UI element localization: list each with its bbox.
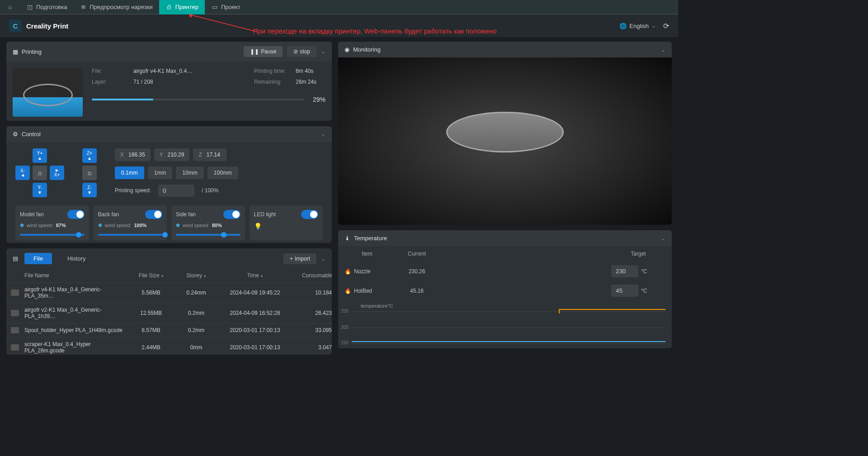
temp-target-input[interactable] <box>611 265 638 277</box>
tab-history[interactable]: History <box>58 253 94 264</box>
fan-toggle[interactable] <box>223 210 241 219</box>
tab-preview[interactable]: ≋Предпросмотр нарезки <box>73 0 159 14</box>
file-time: 2020-03-01 17:00:13 <box>219 327 291 333</box>
col-storey[interactable]: Storey <box>186 272 202 279</box>
pause-button[interactable]: ❚❚Pause <box>244 46 283 57</box>
camera-icon: ◉ <box>344 46 349 53</box>
panel-title-text: Temperature <box>354 235 387 242</box>
temperature-chart: temperature°C 250 200 150 <box>352 303 665 348</box>
file-thumb-icon <box>11 327 19 333</box>
file-storey: 0.24mm <box>174 290 219 296</box>
tab-label: Предпросмотр нарезки <box>90 4 152 10</box>
fan-name: Side fan <box>176 211 196 218</box>
progress-bar <box>92 99 304 100</box>
collapse-icon[interactable]: ⌄ <box>661 235 665 242</box>
file-row[interactable]: scraper-K1 Max_0.4_Hyper PLA_28m.gcode 2… <box>6 337 332 355</box>
fan-card: LED light💡 <box>250 205 323 240</box>
light-icon: 💡 <box>254 223 319 230</box>
col-time[interactable]: Time <box>247 272 259 279</box>
collapse-icon[interactable]: ⌄ <box>661 47 665 53</box>
col-consumable[interactable]: Consumable <box>302 272 332 279</box>
fan-icon: ✽ <box>176 223 180 228</box>
tab-home[interactable]: ⌂ <box>0 0 20 14</box>
tab-printer[interactable]: ⎙Принтер <box>159 0 205 14</box>
file-size: 8.57MB <box>128 327 174 333</box>
file-row[interactable]: airgofr v2-K1 Max_0.4_Generic-PLA_1h39… … <box>6 303 332 323</box>
brand: C Creality Print <box>9 19 68 32</box>
y-plus-button[interactable]: Y+▲ <box>33 148 47 163</box>
stop-icon: ⊘ <box>293 48 298 55</box>
remaining-time: 26m 24s <box>296 79 316 85</box>
temp-target-input[interactable] <box>611 285 638 297</box>
thermometer-icon: 🌡 <box>344 235 350 242</box>
tab-label: Принтер <box>175 4 198 10</box>
col-filesize[interactable]: File Size <box>139 272 160 279</box>
collapse-icon[interactable]: ⌄ <box>321 131 326 137</box>
temp-current: 45.16 <box>390 288 444 294</box>
file-thumb-icon <box>11 290 19 296</box>
step-100mm[interactable]: 100mm <box>208 166 238 179</box>
collapse-icon[interactable]: ⌄ <box>321 48 326 55</box>
printing-icon: ▦ <box>13 48 18 55</box>
print-time: 8m 40s <box>296 68 313 74</box>
z-plus-button[interactable]: Z+▲ <box>82 148 97 163</box>
fan-toggle[interactable] <box>301 210 318 219</box>
y-coord: Y210.29 <box>154 148 190 161</box>
stop-button[interactable]: ⊘stop <box>287 46 316 57</box>
fan-card: Back fan✽wind speed:100% <box>94 205 167 240</box>
col-current: Current <box>390 251 444 257</box>
fan-slider[interactable] <box>176 234 241 236</box>
refresh-icon[interactable]: ⟳ <box>663 22 669 30</box>
x-minus-button[interactable]: X-◀ <box>15 166 30 180</box>
fan-slider[interactable] <box>98 234 163 236</box>
brand-logo-icon: C <box>9 19 22 32</box>
temp-current: 230.26 <box>390 268 444 275</box>
home-xy-button[interactable]: ⌂ <box>33 166 47 180</box>
progress-percent: 29% <box>313 96 326 103</box>
step-01mm[interactable]: 0.1mm <box>115 166 144 179</box>
file-thumb-icon <box>11 310 19 316</box>
import-button[interactable]: +Import <box>283 253 316 264</box>
file-row[interactable]: Spool_holder_Hyper PLA_1H49m.gcode 8.57M… <box>6 323 332 337</box>
y-minus-button[interactable]: Y-▼ <box>33 183 47 197</box>
x-plus-button[interactable]: ▶X+ <box>50 166 64 180</box>
speed-max: / 100% <box>202 187 218 194</box>
app-header: C Creality Print 🌐 English ⌄ ⟳ <box>0 14 678 37</box>
file-name: airgofr v2-K1 Max_0.4_Generic-PLA_1h39… <box>24 307 128 319</box>
z-pad: Z+▲ ⌂ Z-▼ <box>82 148 97 197</box>
tab-file[interactable]: File <box>24 253 52 264</box>
temp-name: Nozzle <box>354 268 371 275</box>
file-time: 2020-03-01 17:00:13 <box>219 344 291 351</box>
folder-icon: ▭ <box>211 4 218 11</box>
file-size: 2.44MB <box>128 344 174 351</box>
fan-name: Back fan <box>98 211 119 218</box>
file-thumb-icon <box>11 344 19 351</box>
file-size: 12.55MB <box>128 310 174 316</box>
panel-title-text: Control <box>22 131 41 138</box>
temperature-row: 🔥HotBed 45.16 °C <box>338 281 672 300</box>
layer-value: 71 / 208 <box>133 79 153 85</box>
fan-toggle[interactable] <box>67 210 85 219</box>
step-1mm[interactable]: 1mm <box>148 166 173 179</box>
col-filename[interactable]: File Name <box>24 272 49 279</box>
collapse-icon[interactable]: ⌄ <box>321 256 326 262</box>
tab-prepare[interactable]: ◫Подготовка <box>20 0 73 14</box>
step-10mm[interactable]: 10mm <box>176 166 203 179</box>
z-minus-button[interactable]: Z-▼ <box>82 183 97 197</box>
home-z-button[interactable]: ⌂ <box>82 166 97 180</box>
xy-pad: Y+▲ X-◀ ⌂ ▶X+ Y-▼ <box>15 148 64 197</box>
fan-toggle[interactable] <box>145 210 162 219</box>
language-selector[interactable]: 🌐 English ⌄ <box>619 23 656 29</box>
home-icon: ⌂ <box>6 4 14 11</box>
camera-view <box>338 57 672 225</box>
language-label: English <box>629 23 649 29</box>
file-row[interactable]: airgofr v4-K1 Max_0.4_Generic-PLA_35m… 5… <box>6 283 332 303</box>
tab-project[interactable]: ▭Проект <box>205 0 247 14</box>
fan-slider[interactable] <box>20 234 85 236</box>
file-time: 2024-04-09 16:52:28 <box>219 310 291 316</box>
col-item: Item <box>344 251 390 257</box>
speed-input[interactable] <box>158 185 194 197</box>
printer-icon: ⎙ <box>165 4 173 11</box>
file-storey: 0mm <box>174 344 219 351</box>
file-storey: 0.2mm <box>174 327 219 333</box>
